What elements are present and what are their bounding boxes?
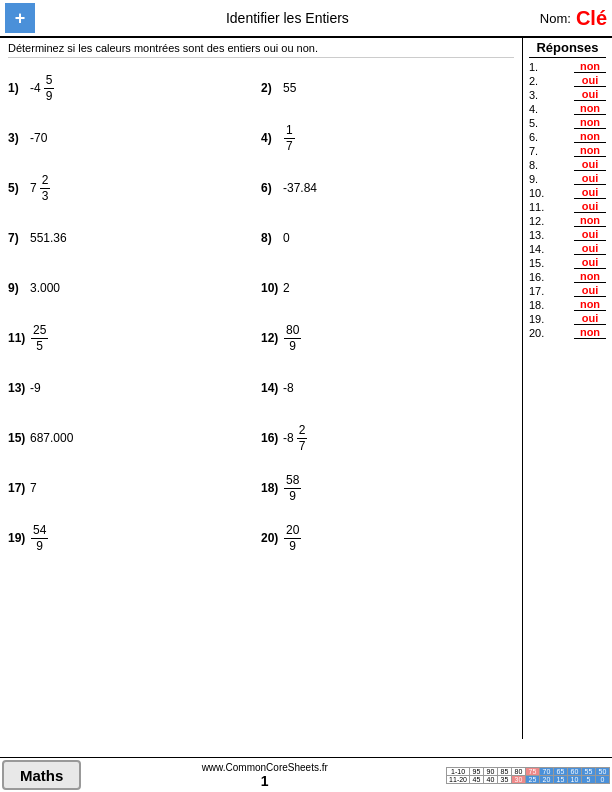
fraction: 17: [284, 123, 295, 153]
fraction: 27: [297, 423, 308, 453]
score-value: 90: [484, 767, 498, 775]
fraction: 255: [31, 323, 48, 353]
answer-value: non: [574, 116, 606, 129]
answers-column: Réponses 1. non 2. oui 3. oui 4. non 5. …: [522, 38, 612, 739]
problem-number: 7): [8, 231, 30, 245]
problem-number: 12): [261, 331, 283, 345]
footer-center: www.CommonCoreSheets.fr 1: [83, 758, 446, 792]
problem-number: 18): [261, 481, 283, 495]
answer-value: non: [574, 326, 606, 339]
answer-number: 17.: [529, 285, 547, 297]
answer-item: 6. non: [529, 130, 606, 143]
problem-number: 4): [261, 131, 283, 145]
answer-item: 17. oui: [529, 284, 606, 297]
problem-number: 19): [8, 531, 30, 545]
score-value: 55: [582, 767, 596, 775]
problem-number: 10): [261, 281, 283, 295]
answer-item: 16. non: [529, 270, 606, 283]
score-range: 1-10: [447, 767, 470, 775]
fraction: 809: [284, 323, 301, 353]
problem-item: 9)3.000: [8, 264, 261, 312]
answer-item: 18. non: [529, 298, 606, 311]
problem-number: 14): [261, 381, 283, 395]
problem-value: 589: [283, 473, 302, 503]
problem-number: 3): [8, 131, 30, 145]
answer-value: non: [574, 60, 606, 73]
footer-score-table: 1-109590858075706560555011-2045403530252…: [446, 758, 612, 792]
answer-item: 15. oui: [529, 256, 606, 269]
answer-number: 15.: [529, 257, 547, 269]
answer-value: non: [574, 144, 606, 157]
problem-number: 13): [8, 381, 30, 395]
fraction: 59: [44, 73, 55, 103]
answer-number: 5.: [529, 117, 547, 129]
footer-maths-label: Maths: [2, 760, 81, 790]
answer-value: oui: [574, 242, 606, 255]
problem-value: 549: [30, 523, 49, 553]
problem-item: 7)551.36: [8, 214, 261, 262]
answer-item: 9. oui: [529, 172, 606, 185]
score-value: 25: [526, 775, 540, 783]
answer-value: oui: [574, 172, 606, 185]
answer-value: non: [574, 102, 606, 115]
answer-value: non: [574, 214, 606, 227]
answer-number: 2.: [529, 75, 547, 87]
problem-item: 12)809: [261, 314, 514, 362]
answer-item: 4. non: [529, 102, 606, 115]
answer-value: non: [574, 270, 606, 283]
main-area: Déterminez si les caleurs montrées sont …: [0, 38, 612, 739]
answer-value: oui: [574, 312, 606, 325]
footer-page: 1: [261, 773, 269, 789]
problem-value: 723: [30, 173, 51, 203]
problem-number: 1): [8, 81, 30, 95]
answer-item: 14. oui: [529, 242, 606, 255]
problem-item: 4)17: [261, 114, 514, 162]
footer-website: www.CommonCoreSheets.fr: [202, 762, 328, 773]
problem-value: 0: [283, 231, 290, 245]
answer-number: 8.: [529, 159, 547, 171]
problem-value: -37.84: [283, 181, 317, 195]
problem-item: 19)549: [8, 514, 261, 562]
answer-number: 9.: [529, 173, 547, 185]
score-value: 35: [498, 775, 512, 783]
answer-item: 5. non: [529, 116, 606, 129]
score-value: 50: [596, 767, 610, 775]
answer-number: 6.: [529, 131, 547, 143]
score-value: 75: [526, 767, 540, 775]
problem-number: 15): [8, 431, 30, 445]
answer-number: 18.: [529, 299, 547, 311]
problem-value: 17: [283, 123, 296, 153]
answer-item: 13. oui: [529, 228, 606, 241]
problem-number: 6): [261, 181, 283, 195]
problem-item: 6)-37.84: [261, 164, 514, 212]
answer-number: 4.: [529, 103, 547, 115]
cle-label: Clé: [576, 7, 607, 30]
page-title: Identifier les Entiers: [35, 10, 540, 26]
score-value: 60: [568, 767, 582, 775]
score-value: 15: [554, 775, 568, 783]
problem-value: 551.36: [30, 231, 67, 245]
problems-grid: 1)-4592)553)-704)175)7236)-37.847)551.36…: [8, 64, 514, 562]
score-value: 0: [596, 775, 610, 783]
answer-item: 2. oui: [529, 74, 606, 87]
answers-header: Réponses: [529, 40, 606, 58]
instructions: Déterminez si les caleurs montrées sont …: [8, 42, 514, 58]
header: + Identifier les Entiers Nom: Clé: [0, 0, 612, 38]
problem-value: 687.000: [30, 431, 73, 445]
score-value: 65: [554, 767, 568, 775]
problem-item: 15)687.000: [8, 414, 261, 462]
answer-value: oui: [574, 158, 606, 171]
problem-number: 5): [8, 181, 30, 195]
answer-item: 12. non: [529, 214, 606, 227]
answer-value: oui: [574, 284, 606, 297]
problem-number: 9): [8, 281, 30, 295]
problem-value: 209: [283, 523, 302, 553]
score-value: 85: [498, 767, 512, 775]
answer-number: 3.: [529, 89, 547, 101]
answer-number: 11.: [529, 201, 547, 213]
answer-item: 20. non: [529, 326, 606, 339]
answer-item: 7. non: [529, 144, 606, 157]
fraction: 209: [284, 523, 301, 553]
problem-item: 10)2: [261, 264, 514, 312]
answer-value: oui: [574, 200, 606, 213]
